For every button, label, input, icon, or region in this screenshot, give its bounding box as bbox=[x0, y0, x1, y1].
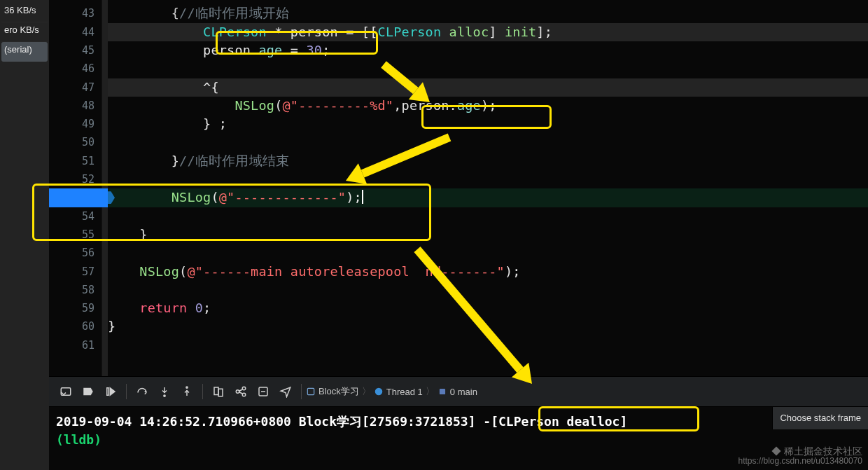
line-number[interactable]: 60 bbox=[59, 317, 94, 336]
svg-point-6 bbox=[236, 390, 239, 394]
choose-stack-frame-button[interactable]: Choose stack frame bbox=[772, 407, 868, 429]
crumb-thread[interactable]: Thread 1 bbox=[386, 387, 423, 397]
console-line: 2019-09-04 14:26:52.710966+0800 Block学习[… bbox=[56, 413, 861, 431]
memory-graph-icon[interactable] bbox=[231, 382, 251, 401]
line-number[interactable]: 56 bbox=[59, 244, 94, 262]
code-line[interactable]: NSLog(@"------main autoreleasepool nd---… bbox=[108, 263, 868, 281]
code-line[interactable]: ^{ bbox=[108, 78, 868, 97]
code-line[interactable]: } ; bbox=[108, 115, 868, 133]
line-number[interactable]: 52 bbox=[59, 170, 94, 188]
svg-point-2 bbox=[164, 395, 165, 396]
line-number[interactable]: 48 bbox=[59, 97, 94, 115]
breakpoints-toggle-icon[interactable] bbox=[78, 382, 98, 401]
line-number[interactable]: 57 bbox=[59, 263, 94, 281]
svg-point-7 bbox=[242, 387, 246, 390]
watermark-logo-icon: ◆ bbox=[771, 445, 781, 457]
svg-point-11 bbox=[375, 387, 383, 395]
svg-point-8 bbox=[242, 393, 246, 396]
sidebar-row[interactable]: (serial) bbox=[1, 42, 48, 62]
sidebar-row: 36 KB/s bbox=[1, 3, 48, 22]
code-line[interactable]: } bbox=[108, 317, 868, 336]
code-line[interactable] bbox=[108, 133, 868, 151]
step-out-icon[interactable] bbox=[177, 382, 197, 401]
simulate-location-icon[interactable] bbox=[276, 382, 295, 401]
line-number[interactable]: 54 bbox=[59, 207, 94, 226]
code-line[interactable] bbox=[108, 336, 868, 354]
code-line[interactable] bbox=[108, 60, 868, 78]
svg-rect-12 bbox=[440, 388, 445, 394]
code-line[interactable]: person.age = 30; bbox=[108, 41, 868, 60]
code-line[interactable]: return 0; bbox=[108, 299, 868, 317]
svg-rect-1 bbox=[107, 388, 108, 396]
line-number[interactable]: 51 bbox=[59, 152, 94, 170]
step-over-icon[interactable] bbox=[132, 382, 152, 401]
svg-rect-5 bbox=[218, 389, 223, 396]
code-line[interactable] bbox=[108, 170, 868, 188]
line-number[interactable]: 43 bbox=[59, 4, 94, 22]
line-number[interactable]: 46 bbox=[59, 60, 94, 78]
svg-point-3 bbox=[186, 387, 188, 388]
code-area[interactable]: {//临时作用域开始 CLPerson * person = [[CLPerso… bbox=[108, 0, 868, 376]
line-number[interactable]: 44 bbox=[59, 23, 94, 41]
crumb-frame[interactable]: 0 main bbox=[450, 387, 477, 397]
code-line[interactable] bbox=[108, 281, 868, 299]
line-number[interactable]: 58 bbox=[59, 281, 94, 299]
debug-toolbar: Block学习 〉 Thread 1 〉 0 main bbox=[49, 376, 868, 407]
sidebar-row: ero KB/s bbox=[1, 22, 48, 42]
hide-debug-icon[interactable] bbox=[56, 382, 76, 401]
code-line[interactable]: }//临时作用域结束 bbox=[108, 152, 868, 170]
debug-hierarchy-icon[interactable] bbox=[209, 382, 228, 401]
svg-rect-4 bbox=[214, 387, 218, 395]
left-sidebar: 36 KB/s ero KB/s (serial) bbox=[0, 0, 49, 470]
code-line[interactable]: } bbox=[108, 226, 868, 244]
override-env-icon[interactable] bbox=[253, 382, 273, 401]
line-number[interactable]: 45 bbox=[59, 41, 94, 60]
code-line[interactable] bbox=[108, 244, 868, 262]
crumb-project[interactable]: Block学习 bbox=[318, 385, 359, 398]
line-number[interactable]: 47 bbox=[59, 78, 94, 97]
code-line[interactable]: NSLog(@"-------------"); bbox=[108, 188, 868, 207]
code-editor[interactable]: 4243444546474849505152535455565758596061… bbox=[49, 0, 868, 376]
svg-rect-10 bbox=[307, 388, 314, 394]
line-number[interactable]: 49 bbox=[59, 115, 94, 133]
code-line[interactable]: CLPerson * person = [[CLPerson alloc] in… bbox=[108, 23, 868, 41]
code-line[interactable]: {//临时作用域开始 bbox=[108, 4, 868, 22]
line-number[interactable]: 55 bbox=[59, 226, 94, 244]
watermark: ◆ 稀土掘金技术社区 https://blog.csdn.net/u013480… bbox=[738, 446, 862, 466]
line-number[interactable]: 61 bbox=[59, 336, 94, 354]
line-number[interactable]: 50 bbox=[59, 133, 94, 151]
line-number[interactable]: 59 bbox=[59, 299, 94, 317]
code-line[interactable]: NSLog(@"---------%d",person.age); bbox=[108, 97, 868, 115]
continue-icon[interactable] bbox=[101, 382, 120, 401]
debug-breadcrumb[interactable]: Block学习 〉 Thread 1 〉 0 main bbox=[306, 385, 477, 398]
code-line[interactable] bbox=[108, 207, 868, 226]
step-into-icon[interactable] bbox=[155, 382, 174, 401]
